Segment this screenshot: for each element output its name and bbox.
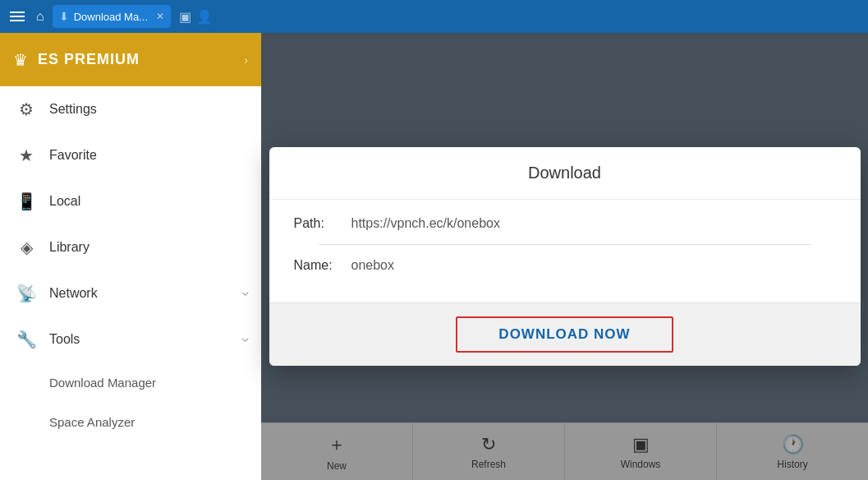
sidebar-download-manager-label: Download Manager <box>49 376 156 390</box>
sidebar: ♛ ES PREMIUM › ⚙ Settings ★ Favorite 📱 L… <box>0 33 261 480</box>
name-label: Name: <box>294 258 351 273</box>
settings-icon: ⚙ <box>16 99 36 119</box>
top-bar-actions: ▣ 👤 <box>179 9 213 25</box>
menu-button[interactable] <box>7 8 28 25</box>
library-icon: ◈ <box>16 238 36 257</box>
favorite-icon: ★ <box>16 145 36 165</box>
path-field: Path: https://vpnch.ec/k/onebox <box>294 216 836 231</box>
sidebar-settings-label: Settings <box>49 102 97 117</box>
sidebar-item-network[interactable]: 📡 Network <box>0 270 261 316</box>
sidebar-premium-title: ES PREMIUM <box>38 51 234 68</box>
sidebar-item-favorite[interactable]: ★ Favorite <box>0 132 261 178</box>
sidebar-sub-item-space-analyzer[interactable]: Space Analyzer <box>0 402 261 441</box>
sidebar-item-library[interactable]: ◈ Library <box>0 224 261 270</box>
sidebar-space-analyzer-label: Space Analyzer <box>49 415 135 429</box>
sidebar-network-label: Network <box>49 286 98 301</box>
sidebar-item-local[interactable]: 📱 Local <box>0 178 261 224</box>
local-icon: 📱 <box>16 192 36 211</box>
tab-label: Download Ma... <box>74 11 148 23</box>
sidebar-favorite-label: Favorite <box>49 148 97 163</box>
sidebar-header: ♛ ES PREMIUM › <box>0 33 261 86</box>
sidebar-header-close-icon[interactable]: › <box>244 53 248 67</box>
sidebar-tools-label: Tools <box>49 332 80 347</box>
modal-footer: DOWNLOAD NOW <box>269 302 861 366</box>
modal-title: Download <box>269 147 861 200</box>
sidebar-sub-item-download-manager[interactable]: Download Manager <box>0 362 261 402</box>
path-value: https://vpnch.ec/k/onebox <box>351 216 500 231</box>
sidebar-library-label: Library <box>49 240 90 255</box>
home-icon[interactable]: ⌂ <box>33 7 48 25</box>
user-icon[interactable]: 👤 <box>196 9 213 25</box>
sidebar-item-settings[interactable]: ⚙ Settings <box>0 86 261 132</box>
download-tab[interactable]: ⬇ Download Ma... ✕ <box>53 5 171 28</box>
name-value: onebox <box>351 258 395 273</box>
tools-icon: 🔧 <box>16 330 36 349</box>
download-dialog: Download Path: https://vpnch.ec/k/onebox… <box>269 147 861 366</box>
crown-icon: ♛ <box>13 50 28 70</box>
tab-download-icon: ⬇ <box>59 10 69 23</box>
name-field: Name: onebox <box>294 258 836 273</box>
windows-icon[interactable]: ▣ <box>179 9 191 25</box>
modal-body: Path: https://vpnch.ec/k/onebox Name: on… <box>269 200 861 302</box>
modal-overlay: Download Path: https://vpnch.ec/k/onebox… <box>261 33 868 480</box>
main-layout: ♛ ES PREMIUM › ⚙ Settings ★ Favorite 📱 L… <box>0 33 868 480</box>
download-now-button[interactable]: DOWNLOAD NOW <box>456 316 673 353</box>
sidebar-local-label: Local <box>49 194 80 209</box>
network-icon: 📡 <box>16 284 36 303</box>
sidebar-item-tools[interactable]: 🔧 Tools <box>0 316 261 362</box>
top-bar: ⌂ ⬇ Download Ma... ✕ ▣ 👤 <box>0 0 868 33</box>
field-divider <box>319 244 811 245</box>
content-area: Download Path: https://vpnch.ec/k/onebox… <box>261 33 868 480</box>
path-label: Path: <box>294 216 351 231</box>
tab-close-icon[interactable]: ✕ <box>156 11 164 22</box>
